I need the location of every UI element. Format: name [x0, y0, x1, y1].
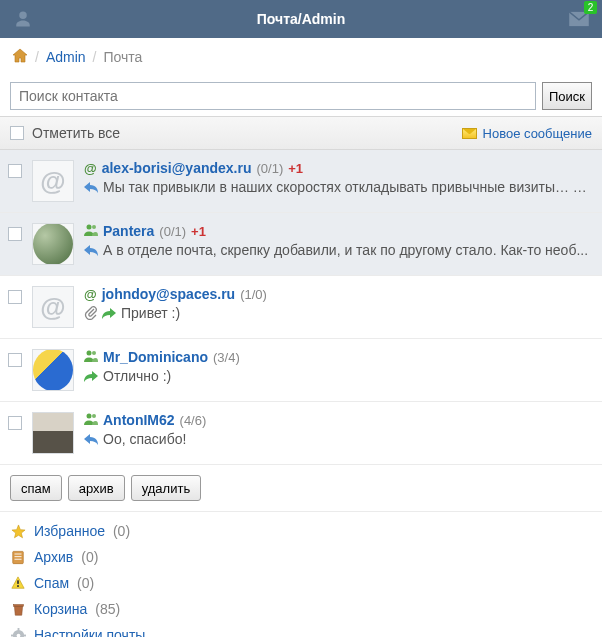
actions-row: спам архив удалить [0, 465, 602, 512]
users-icon [84, 349, 98, 362]
star-icon [10, 523, 26, 539]
svg-point-3 [92, 351, 96, 355]
folder-spam[interactable]: Спам (0) [0, 570, 602, 596]
folder-list: Избранное (0)Архив (0)Спам (0)Корзина (8… [0, 512, 602, 637]
message-counts: (3/4) [213, 350, 240, 365]
message-counts: (0/1) [257, 161, 284, 176]
message-counts: (0/1) [159, 224, 186, 239]
forward-icon [84, 371, 98, 382]
users-icon [84, 349, 98, 365]
at-icon: @ [84, 161, 97, 176]
message-row[interactable]: @@alex-borisi@yandex.ru(0/1)+1Мы так при… [0, 150, 602, 213]
message-plus: +1 [191, 224, 206, 239]
folder-archive[interactable]: Архив (0) [0, 544, 602, 570]
avatar [32, 223, 74, 265]
folder-star[interactable]: Избранное (0) [0, 518, 602, 544]
message-checkbox[interactable] [8, 227, 22, 241]
mail-button[interactable]: 2 [564, 4, 594, 34]
breadcrumb-sep: / [93, 49, 97, 65]
folder-link[interactable]: Спам [34, 575, 69, 591]
avatar: @ [32, 286, 74, 328]
folder-link[interactable]: Архив [34, 549, 73, 565]
folder-gear[interactable]: Настройки почты [0, 622, 602, 637]
users-icon [84, 223, 98, 239]
message-row[interactable]: Mr_Dominicano(3/4)Отлично :) [0, 339, 602, 402]
folder-count: (0) [113, 523, 130, 539]
reply-icon [84, 182, 98, 193]
breadcrumb-home[interactable] [12, 48, 28, 66]
archive-button[interactable]: архив [68, 475, 125, 501]
gear-icon [10, 627, 26, 637]
svg-rect-6 [13, 551, 24, 563]
sender-link[interactable]: Mr_Dominicano [103, 349, 208, 365]
message-row[interactable]: @@johndoy@spaces.ru(1/0)Привет :) [0, 276, 602, 339]
avatar [32, 412, 74, 454]
message-preview: Привет :) [121, 305, 592, 321]
page-title: Почта/Admin [0, 11, 602, 27]
at-icon: @ [84, 287, 97, 302]
users-icon [84, 223, 98, 236]
avatar: @ [32, 160, 74, 202]
folder-count: (85) [95, 601, 120, 617]
select-all-checkbox[interactable] [10, 126, 24, 140]
message-body: Pantera(0/1)+1А в отделе почта, скрепку … [84, 223, 592, 258]
new-message-link[interactable]: Новое сообщение [462, 126, 592, 141]
breadcrumb-current: Почта [103, 49, 142, 65]
breadcrumb-admin[interactable]: Admin [46, 49, 86, 65]
message-checkbox[interactable] [8, 290, 22, 304]
svg-point-4 [87, 414, 92, 419]
folder-link[interactable]: Избранное [34, 523, 105, 539]
reply-icon [84, 245, 98, 256]
message-preview: Отлично :) [103, 368, 592, 384]
message-body: AntonIM62(4/6)Оо, спасибо! [84, 412, 592, 447]
trash-icon [10, 601, 26, 617]
search-input[interactable] [10, 82, 536, 110]
svg-rect-12 [13, 604, 23, 606]
avatar [32, 349, 74, 391]
svg-rect-17 [11, 634, 14, 636]
message-counts: (4/6) [180, 413, 207, 428]
svg-rect-11 [17, 585, 19, 587]
folder-count: (0) [81, 549, 98, 565]
message-row[interactable]: Pantera(0/1)+1А в отделе почта, скрепку … [0, 213, 602, 276]
delete-button[interactable]: удалить [131, 475, 201, 501]
message-preview: Оо, спасибо! [103, 431, 592, 447]
new-message-label: Новое сообщение [483, 126, 592, 141]
select-all-bar: Отметить все Новое сообщение [0, 116, 602, 150]
svg-rect-15 [17, 628, 19, 631]
sender-link[interactable]: alex-borisi@yandex.ru [102, 160, 252, 176]
message-row[interactable]: AntonIM62(4/6)Оо, спасибо! [0, 402, 602, 465]
message-preview: Мы так привыкли в наших скоростях отклад… [103, 179, 592, 195]
sender-link[interactable]: johndoy@spaces.ru [102, 286, 235, 302]
message-body: @johndoy@spaces.ru(1/0)Привет :) [84, 286, 592, 321]
search-row: Поиск [0, 76, 602, 116]
svg-point-0 [87, 225, 92, 230]
unread-badge: 2 [584, 1, 597, 14]
message-checkbox[interactable] [8, 353, 22, 367]
sender-link[interactable]: AntonIM62 [103, 412, 175, 428]
sender-link[interactable]: Pantera [103, 223, 154, 239]
message-body: @alex-borisi@yandex.ru(0/1)+1Мы так прив… [84, 160, 592, 195]
message-checkbox[interactable] [8, 164, 22, 178]
svg-point-2 [87, 351, 92, 356]
message-preview: А в отделе почта, скрепку добавили, и та… [103, 242, 592, 258]
users-icon [84, 412, 98, 428]
folder-trash[interactable]: Корзина (85) [0, 596, 602, 622]
spam-icon [10, 575, 26, 591]
envelope-icon [462, 128, 477, 139]
users-icon [84, 412, 98, 425]
topbar: Почта/Admin 2 [0, 0, 602, 38]
folder-link[interactable]: Корзина [34, 601, 87, 617]
message-checkbox[interactable] [8, 416, 22, 430]
spam-button[interactable]: спам [10, 475, 62, 501]
select-all-label: Отметить все [32, 125, 454, 141]
svg-rect-18 [23, 634, 26, 636]
clip-icon [84, 306, 97, 320]
search-button[interactable]: Поиск [542, 82, 592, 110]
folder-link[interactable]: Настройки почты [34, 627, 145, 637]
svg-point-5 [92, 414, 96, 418]
reply-icon [84, 434, 98, 445]
home-icon [12, 48, 28, 63]
breadcrumb-sep: / [35, 49, 39, 65]
profile-button[interactable] [8, 4, 38, 34]
